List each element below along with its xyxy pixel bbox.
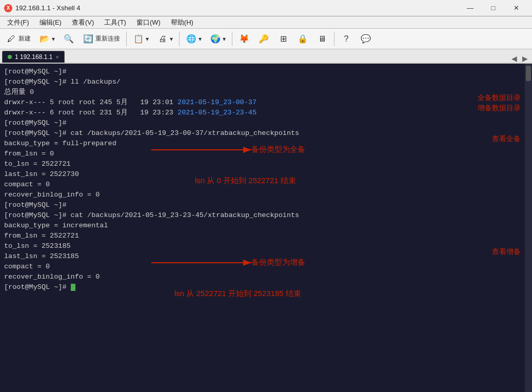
key-button[interactable]: 🔑	[254, 31, 273, 47]
line-12: compact = 0	[4, 180, 528, 190]
reconnect-button[interactable]: 🔄 重新连接	[79, 31, 124, 47]
tab-status-dot	[8, 55, 12, 59]
line-2: [root@MySQL ~]# ll /backups/	[4, 77, 528, 87]
tab-close-button[interactable]: ×	[55, 54, 58, 60]
separator-2	[179, 32, 180, 46]
maximize-button[interactable]: □	[482, 1, 505, 16]
window-title: 192.168.1.1 - Xshell 4	[15, 4, 80, 12]
session-button[interactable]: 🦊	[235, 31, 253, 47]
line-8: backup_type = full-prepared	[4, 139, 528, 149]
minimize-button[interactable]: —	[459, 1, 482, 16]
network-button[interactable]: 🌍 ▾	[206, 31, 229, 47]
print-icon: 🖨	[157, 33, 168, 45]
globe-button[interactable]: 🌐 ▾	[182, 31, 205, 47]
chat-button[interactable]: 💬	[357, 31, 375, 47]
separator-3	[232, 32, 232, 46]
line-9: from_lsn = 0	[4, 149, 528, 159]
chat-icon: 💬	[360, 33, 371, 45]
line-3: 总用量 0	[4, 87, 528, 97]
dropdown-arrow: ▾	[52, 35, 55, 43]
open-button[interactable]: 📂 ▾	[35, 31, 58, 47]
dropdown-arrow2: ▾	[146, 35, 149, 43]
line-19: last_lsn = 2523185	[4, 251, 528, 262]
close-button[interactable]: ✕	[505, 1, 528, 16]
new-icon: 🖊	[6, 33, 17, 45]
copy-icon: 📋	[133, 33, 144, 45]
help-icon: ?	[341, 33, 352, 45]
reconnect-label: 重新连接	[95, 34, 120, 43]
line-7: [root@MySQL ~]# cat /backups/2021-05-19_…	[4, 128, 528, 139]
separator-1	[126, 32, 127, 46]
menu-tools[interactable]: 工具(T)	[99, 17, 131, 28]
monitor-button[interactable]: 🖥	[313, 31, 331, 47]
menu-help[interactable]: 帮助(H)	[166, 17, 199, 28]
monitor-icon: 🖥	[317, 33, 328, 45]
new-button[interactable]: 🖊 新建	[2, 31, 34, 47]
toolbar: 🖊 新建 📂 ▾ 🔍 🔄 重新连接 📋 ▾ 🖨 ▾ 🌐 ▾ 🌍 ▾ 🦊 🔑 ⊞ …	[0, 29, 532, 49]
network-icon: 🌍	[210, 33, 221, 45]
copy-button[interactable]: 📋 ▾	[129, 31, 152, 47]
line-17: from_lsn = 2522721	[4, 231, 528, 241]
session-tab[interactable]: 1 192.168.1.1 ×	[2, 51, 65, 63]
help-button[interactable]: ?	[337, 31, 356, 47]
line-10: to_lsn = 2522721	[4, 159, 528, 169]
folder-icon: 📂	[39, 33, 50, 45]
line-11: last_lsn = 2522730	[4, 169, 528, 180]
app-icon: X	[4, 4, 12, 12]
scrollbar-thumb[interactable]	[526, 66, 531, 81]
session-icon: 🦊	[239, 33, 250, 45]
tab-navigation: ◀ ▶	[509, 54, 530, 63]
lock-button[interactable]: 🔒	[293, 31, 312, 47]
line-4: drwxr-x--- 5 root root 245 5月 19 23:01 2…	[4, 97, 528, 108]
print-button[interactable]: 🖨 ▾	[153, 31, 176, 47]
menu-file[interactable]: 文件(F)	[2, 17, 34, 28]
line-16: backup_type = incremental	[4, 221, 528, 231]
cursor	[71, 284, 75, 291]
line-18: to_lsn = 2523185	[4, 241, 528, 251]
line-13: recover_binlog_info = 0	[4, 190, 528, 200]
lock-icon: 🔒	[297, 33, 308, 45]
grid-button[interactable]: ⊞	[274, 31, 292, 47]
tab-bar: 1 192.168.1.1 × ◀ ▶	[0, 49, 532, 64]
line-6: [root@MySQL ~]#	[4, 118, 528, 128]
search-button[interactable]: 🔍	[60, 31, 78, 47]
title-bar-left: X 192.168.1.1 - Xshell 4	[4, 4, 80, 12]
line-15: [root@MySQL ~]# cat /backups/2021-05-19_…	[4, 210, 528, 221]
dropdown-arrow4: ▾	[199, 35, 202, 43]
line-5: drwxr-x--- 6 root root 231 5月 19 23:23 2…	[4, 108, 528, 118]
line-22: [root@MySQL ~]#	[4, 282, 528, 292]
line-14: [root@MySQL ~]#	[4, 200, 528, 210]
menu-view[interactable]: 查看(V)	[67, 17, 99, 28]
tab-next-button[interactable]: ▶	[520, 54, 530, 63]
search-icon: 🔍	[63, 33, 74, 45]
window-controls: — □ ✕	[459, 1, 528, 16]
globe-icon: 🌐	[186, 33, 197, 45]
dropdown-arrow5: ▾	[223, 35, 226, 43]
separator-4	[334, 32, 334, 46]
menu-bar: 文件(F) 编辑(E) 查看(V) 工具(T) 窗口(W) 帮助(H)	[0, 16, 532, 29]
new-label: 新建	[18, 34, 31, 43]
grid-icon: ⊞	[278, 33, 289, 45]
dropdown-arrow3: ▾	[170, 35, 173, 43]
reconnect-icon: 🔄	[83, 33, 94, 45]
line-1: [root@MySQL ~]#	[4, 67, 528, 77]
scrollbar[interactable]	[525, 64, 532, 392]
title-bar: X 192.168.1.1 - Xshell 4 — □ ✕	[0, 0, 532, 16]
menu-window[interactable]: 窗口(W)	[131, 17, 166, 28]
tab-prev-button[interactable]: ◀	[509, 54, 519, 63]
key-icon: 🔑	[258, 33, 269, 45]
menu-edit[interactable]: 编辑(E)	[34, 17, 67, 28]
tab-label: 1 192.168.1.1	[15, 53, 52, 61]
line-20: compact = 0	[4, 262, 528, 272]
line-21: recover_binlog_info = 0	[4, 272, 528, 282]
terminal-area[interactable]: [root@MySQL ~]# [root@MySQL ~]# ll /back…	[0, 64, 532, 392]
